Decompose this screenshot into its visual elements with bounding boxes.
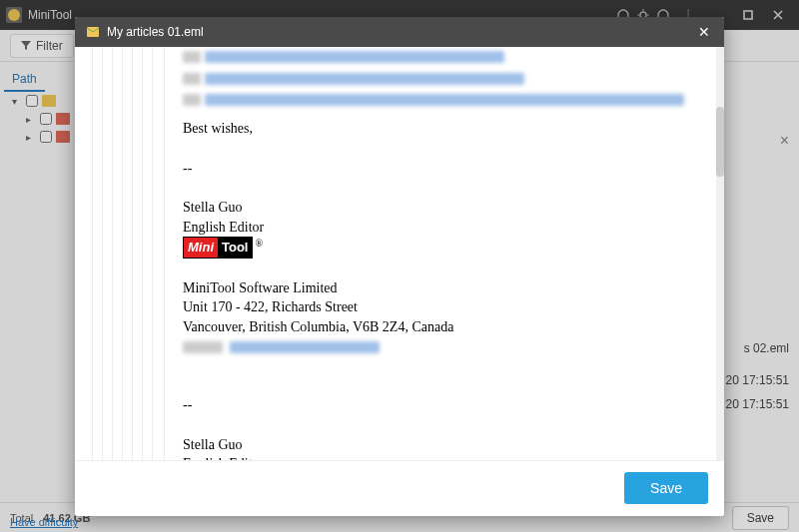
preview-modal: My articles 01.eml ✕ Best wishes, -- Ste… (75, 17, 724, 516)
modal-body: Best wishes, -- Stella Guo English Edito… (75, 47, 724, 460)
address-line-1: Unit 170 - 422, Richards Street (183, 297, 698, 317)
redacted-email (230, 341, 380, 353)
redacted-label (183, 341, 223, 353)
modal-title: My articles 01.eml (107, 25, 204, 39)
mail-content: Best wishes, -- Stella Guo English Edito… (165, 47, 716, 460)
redacted-link (205, 51, 504, 63)
email-closing: Best wishes, (183, 119, 698, 139)
redacted-text (183, 73, 201, 85)
address-line-2: Vancouver, British Columbia, V6B 2Z4, Ca… (183, 317, 698, 337)
logo-right: Tool (218, 238, 252, 258)
signature-name: Stella Guo (183, 198, 698, 218)
modal-header: My articles 01.eml ✕ (75, 17, 724, 47)
minitool-logo: MiniTool (183, 237, 253, 259)
modal-footer: Save (75, 460, 724, 516)
redacted-link (205, 94, 684, 106)
signature-role: English Editor (183, 454, 698, 459)
modal-close-button[interactable]: ✕ (694, 22, 714, 42)
signature-role: English Editor (183, 218, 698, 238)
email-separator: -- (183, 159, 698, 179)
modal-overlay: My articles 01.eml ✕ Best wishes, -- Ste… (0, 0, 799, 532)
mail-gutter (75, 47, 165, 460)
mail-file-icon (85, 24, 101, 40)
signature-name: Stella Guo (183, 435, 698, 455)
logo-left: Mini (184, 238, 218, 258)
app-window: MiniTool | Filter Path ▾ ▸ (0, 0, 799, 532)
registered-icon: ® (255, 238, 263, 249)
email-separator: -- (183, 395, 698, 415)
modal-save-button[interactable]: Save (624, 472, 708, 504)
redacted-text (183, 51, 201, 63)
scrollbar[interactable] (716, 47, 724, 460)
redacted-text (183, 94, 201, 106)
redacted-link (205, 73, 524, 85)
company-name: MiniTool Software Limited (183, 278, 698, 298)
scrollbar-thumb[interactable] (716, 107, 724, 177)
